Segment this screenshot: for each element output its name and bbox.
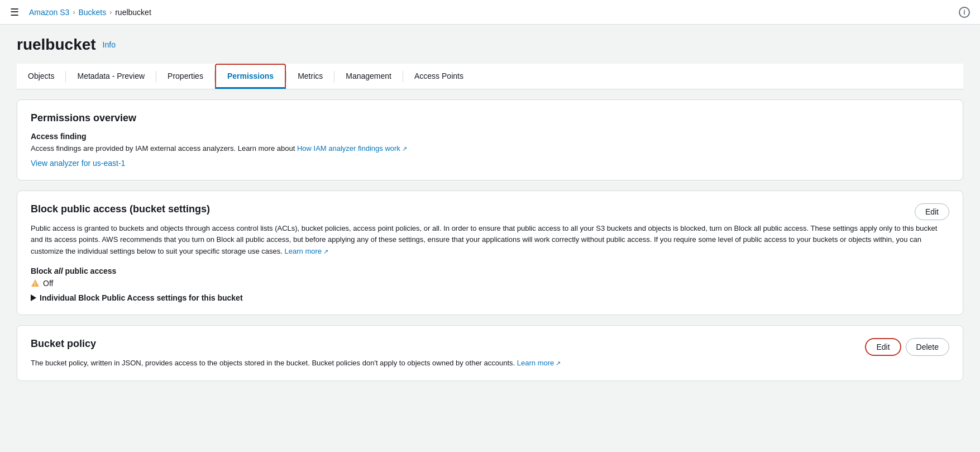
svg-text:!: ! xyxy=(34,281,36,287)
main-content: ruelbucket Info Objects Metadata - Previ… xyxy=(0,25,980,452)
tabs-wrapper: Objects Metadata - Preview Properties Pe… xyxy=(17,64,963,89)
block-desc-text: Public access is granted to buckets and … xyxy=(31,224,937,256)
hamburger-menu[interactable]: ☰ xyxy=(10,6,19,18)
access-finding-body: Access findings are provided by IAM exte… xyxy=(31,143,949,154)
tab-objects[interactable]: Objects xyxy=(17,65,65,89)
access-finding-label: Access finding xyxy=(31,132,949,141)
block-status-row: ! Off xyxy=(31,279,949,288)
block-public-access-desc: Public access is granted to buckets and … xyxy=(31,223,949,258)
access-finding-desc-text: Access findings are provided by IAM exte… xyxy=(31,144,297,153)
tabs: Objects Metadata - Preview Properties Pe… xyxy=(17,64,963,89)
block-learn-more-link[interactable]: Learn more xyxy=(285,247,329,255)
bucket-policy-buttons: Edit Delete xyxy=(865,338,949,356)
breadcrumb: Amazon S3 › Buckets › ruelbucket xyxy=(29,8,151,17)
page-title: ruelbucket xyxy=(17,36,96,54)
bucket-policy-edit-button[interactable]: Edit xyxy=(865,338,901,356)
bucket-policy-header: Bucket policy Edit Delete xyxy=(31,338,949,358)
block-public-access-edit-button[interactable]: Edit xyxy=(915,203,949,220)
triangle-icon xyxy=(31,294,36,301)
tab-metadata[interactable]: Metadata - Preview xyxy=(66,65,156,89)
top-nav: ☰ Amazon S3 › Buckets › ruelbucket i xyxy=(0,0,980,25)
block-public-access-title: Block public access (bucket settings) xyxy=(31,203,210,215)
iam-analyzer-link[interactable]: How IAM analyzer findings work xyxy=(297,144,407,153)
breadcrumb-sep-2: › xyxy=(109,8,112,16)
breadcrumb-current: ruelbucket xyxy=(115,8,151,17)
block-all-em: all xyxy=(54,267,63,275)
bucket-policy-card: Bucket policy Edit Delete The bucket pol… xyxy=(17,325,963,382)
breadcrumb-buckets[interactable]: Buckets xyxy=(78,8,106,17)
individual-settings-label: Individual Block Public Access settings … xyxy=(40,293,243,302)
permissions-overview-title: Permissions overview xyxy=(31,112,949,124)
block-public-access-card: Block public access (bucket settings) Ed… xyxy=(17,191,963,315)
warning-icon: ! xyxy=(31,279,40,288)
tab-metrics[interactable]: Metrics xyxy=(286,65,334,89)
bucket-policy-desc-text: The bucket policy, written in JSON, prov… xyxy=(31,359,515,367)
tab-properties[interactable]: Properties xyxy=(156,65,214,89)
block-public-access-header: Block public access (bucket settings) Ed… xyxy=(31,203,949,223)
help-icon[interactable]: i xyxy=(959,7,970,18)
bucket-policy-delete-button[interactable]: Delete xyxy=(906,338,949,356)
tab-access-points[interactable]: Access Points xyxy=(403,65,475,89)
block-status-text: Off xyxy=(43,279,53,288)
tab-management[interactable]: Management xyxy=(334,65,403,89)
bucket-policy-desc: The bucket policy, written in JSON, prov… xyxy=(31,358,949,369)
individual-settings-row[interactable]: Individual Block Public Access settings … xyxy=(31,293,949,302)
bucket-policy-learn-more-link[interactable]: Learn more xyxy=(517,359,561,367)
view-analyzer-link[interactable]: View analyzer for us-east-1 xyxy=(31,159,125,168)
page-title-row: ruelbucket Info xyxy=(17,36,963,54)
permissions-overview-card: Permissions overview Access finding Acce… xyxy=(17,99,963,180)
info-link[interactable]: Info xyxy=(103,40,116,49)
tab-permissions[interactable]: Permissions xyxy=(215,64,286,89)
bucket-policy-title: Bucket policy xyxy=(31,338,96,350)
breadcrumb-sep-1: › xyxy=(73,8,75,16)
breadcrumb-amazon-s3[interactable]: Amazon S3 xyxy=(29,8,69,17)
block-all-label: Block all public access xyxy=(31,267,949,275)
